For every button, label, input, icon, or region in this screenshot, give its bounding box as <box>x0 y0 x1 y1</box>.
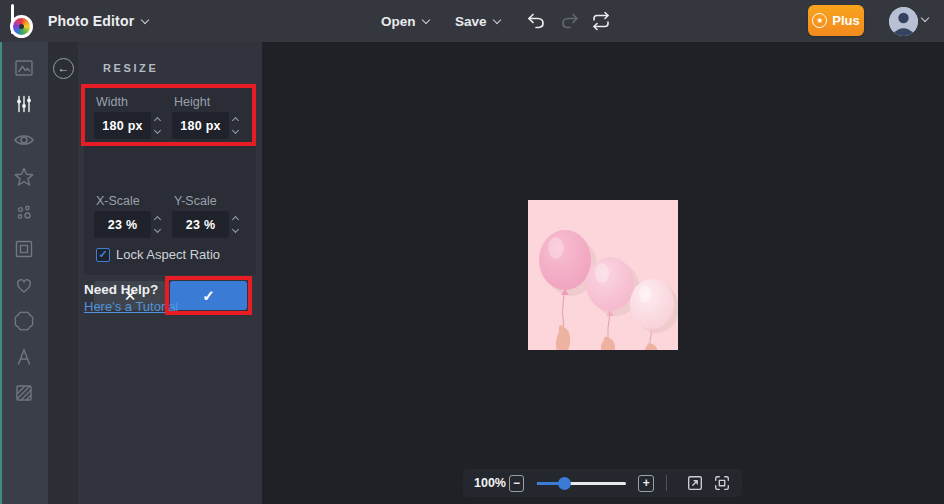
fullscreen-icon[interactable] <box>713 474 731 492</box>
save-menu[interactable]: Save <box>455 0 500 42</box>
resize-card: Width Height 180 px 180 px X-Scale Y-Sca… <box>84 86 256 275</box>
badge-icon[interactable] <box>12 309 36 333</box>
lock-aspect-checkbox[interactable]: ✓ <box>96 248 110 262</box>
zoom-toolbar: 100% − + <box>463 469 742 497</box>
star-icon[interactable] <box>12 165 36 189</box>
stepper-down-icon[interactable] <box>231 226 238 233</box>
plus-icon: + <box>643 476 650 490</box>
fit-screen-icon[interactable] <box>686 474 704 492</box>
yscale-input[interactable]: 23 % <box>172 211 229 238</box>
yscale-label: Y-Scale <box>174 194 217 208</box>
xscale-stepper[interactable] <box>152 211 162 238</box>
zoom-in-button[interactable]: + <box>638 475 654 492</box>
lock-aspect-label[interactable]: Lock Aspect Ratio <box>116 247 220 262</box>
height-label: Height <box>174 95 210 109</box>
zoom-slider[interactable] <box>537 476 626 490</box>
back-button[interactable]: ← <box>53 58 74 79</box>
panel-title: RESIZE <box>103 62 158 74</box>
zoom-slider-handle[interactable] <box>558 477 571 490</box>
stepper-up-icon[interactable] <box>231 216 238 223</box>
app-title: Photo Editor <box>48 13 134 29</box>
stepper-down-icon[interactable] <box>153 226 160 233</box>
stepper-up-icon[interactable] <box>153 117 160 124</box>
tutorial-link[interactable]: Here's a Tutorial <box>84 299 178 314</box>
width-label: Width <box>96 95 128 109</box>
stepper-down-icon[interactable] <box>153 127 160 134</box>
photo-editor-app: Photo Editor Open Save <box>0 0 944 504</box>
sidebar <box>0 42 48 504</box>
width-stepper[interactable] <box>152 112 162 139</box>
canvas-area[interactable]: 100% − + <box>262 42 944 504</box>
panel-strip <box>48 42 78 504</box>
apply-button[interactable]: ✓ <box>170 281 247 310</box>
redo-icon[interactable] <box>560 11 580 31</box>
image-icon[interactable] <box>12 56 36 80</box>
repeat-icon[interactable] <box>591 11 611 31</box>
help-heading: Need Help? <box>84 282 158 297</box>
heart-icon[interactable] <box>12 273 36 297</box>
zoom-level: 100% <box>474 476 509 490</box>
chevron-down-icon[interactable] <box>921 14 929 22</box>
topbar: Photo Editor Open Save <box>0 0 944 42</box>
plus-upgrade-button[interactable]: ★ Plus <box>808 5 864 36</box>
height-stepper[interactable] <box>230 112 240 139</box>
texture-icon[interactable] <box>12 381 36 405</box>
minus-icon: − <box>513 476 520 490</box>
resize-panel: ← RESIZE Width Height 180 px 180 px X-Sc… <box>48 42 262 504</box>
chevron-down-icon <box>492 15 500 23</box>
open-menu[interactable]: Open <box>381 0 429 42</box>
star-icon: ★ <box>812 13 827 28</box>
chevron-down-icon <box>141 15 149 23</box>
eye-icon[interactable] <box>12 128 36 152</box>
xscale-input[interactable]: 23 % <box>94 211 151 238</box>
avatar[interactable] <box>889 7 918 36</box>
pink-balloons-image[interactable] <box>528 200 678 350</box>
stepper-up-icon[interactable] <box>231 117 238 124</box>
befunky-logo[interactable] <box>10 4 38 38</box>
stepper-down-icon[interactable] <box>231 127 238 134</box>
checkmark-icon: ✓ <box>202 287 215 305</box>
sliders-icon[interactable] <box>12 92 36 116</box>
yscale-stepper[interactable] <box>230 211 240 238</box>
chevron-down-icon <box>421 15 429 23</box>
undo-icon[interactable] <box>526 11 546 31</box>
zoom-out-button[interactable]: − <box>509 475 525 492</box>
text-icon[interactable] <box>12 345 36 369</box>
checkmark-icon: ✓ <box>98 248 107 260</box>
width-input[interactable]: 180 px <box>94 112 151 139</box>
divider <box>666 475 667 491</box>
dots-icon[interactable] <box>12 201 36 225</box>
frame-icon[interactable] <box>12 237 36 261</box>
app-title-menu[interactable]: Photo Editor <box>48 0 148 42</box>
height-input[interactable]: 180 px <box>172 112 229 139</box>
stepper-up-icon[interactable] <box>153 216 160 223</box>
xscale-label: X-Scale <box>96 194 140 208</box>
